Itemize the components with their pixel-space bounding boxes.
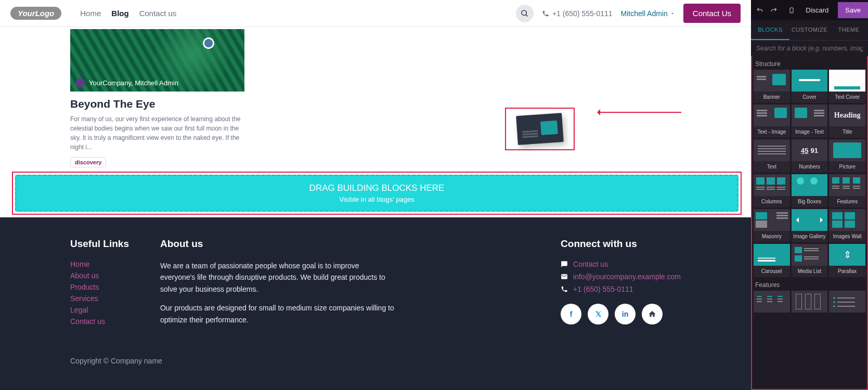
logo[interactable]: YourLogo	[10, 7, 61, 20]
svg-line-1	[526, 15, 527, 16]
block-columns[interactable]: Columns	[754, 174, 790, 207]
blog-image: YourCompany, Mitchell Admin	[70, 29, 244, 92]
block-cover[interactable]: Cover	[792, 70, 828, 103]
redo-icon	[770, 7, 778, 14]
about-p2: Our products are designed for small to m…	[160, 302, 394, 326]
dropzone-annotation: DRAG BUILDING BLOCKS HERE Visible in all…	[12, 172, 742, 215]
phone-icon	[542, 10, 549, 17]
drag-preview-annotation	[505, 108, 575, 150]
block-image-gallery[interactable]: Image Gallery	[792, 209, 828, 242]
connect-contact-link[interactable]: Contact us	[573, 260, 608, 268]
user-menu[interactable]: Mitchell Admin	[621, 9, 675, 18]
block-title[interactable]: HeadingTitle	[829, 105, 865, 138]
tab-theme[interactable]: THEME	[830, 20, 868, 40]
block-text-cover[interactable]: Text Cover	[829, 70, 865, 103]
block-feat-b[interactable]	[792, 291, 828, 313]
dropzone[interactable]: DRAG BUILDING BLOCKS HERE Visible in all…	[15, 175, 739, 212]
discard-button[interactable]: Discard	[800, 3, 834, 17]
search-icon	[521, 9, 529, 18]
nav-home[interactable]: Home	[80, 9, 101, 18]
about-p1: We are a team of passionate people whose…	[160, 260, 394, 295]
footer: Useful Links Home About us Products Serv…	[0, 217, 751, 390]
footer-link-about[interactable]: About us	[70, 271, 129, 280]
copyright: Copyright © Company name	[70, 357, 681, 365]
blog-author-bar: YourCompany, Mitchell Admin	[75, 78, 178, 87]
dropzone-subtitle: Visible in all blogs' pages	[16, 196, 737, 203]
avatar	[75, 78, 85, 87]
footer-connect: Connect with us Contact us info@yourcomp…	[561, 238, 681, 333]
header-phone-number: +1 (650) 555-0111	[552, 9, 613, 18]
block-big-boxes[interactable]: Big Boxes	[792, 174, 828, 207]
mobile-preview-button[interactable]	[787, 4, 796, 17]
connect-phone-link[interactable]: +1 (650) 555-0111	[573, 285, 633, 293]
svg-point-0	[522, 10, 526, 15]
block-media-list[interactable]: Media List	[792, 244, 828, 277]
blog-author: YourCompany, Mitchell Admin	[89, 79, 178, 87]
footer-link-contact[interactable]: Contact us	[70, 317, 129, 326]
home-icon	[648, 310, 656, 318]
chat-icon	[561, 261, 568, 268]
footer-useful-links: Useful Links Home About us Products Serv…	[70, 238, 129, 333]
section-structure: Structure	[752, 56, 867, 70]
social-linkedin[interactable]: in	[615, 304, 636, 324]
mail-icon	[561, 273, 568, 280]
header-phone: +1 (650) 555-0111	[542, 9, 613, 18]
nav-links: Home Blog Contact us	[80, 9, 176, 18]
tab-blocks[interactable]: BLOCKS	[751, 20, 789, 40]
top-nav: YourLogo Home Blog Contact us +1 (650) 5…	[0, 0, 751, 27]
footer-link-products[interactable]: Products	[70, 283, 129, 291]
mobile-icon	[788, 6, 795, 15]
save-button[interactable]: Save	[838, 2, 868, 18]
block-search-input[interactable]	[751, 41, 868, 56]
phone-icon	[561, 285, 568, 293]
editor-sidebar: Discard Save BLOCKS CUSTOMIZE THEME Stru…	[751, 0, 868, 390]
nav-blog[interactable]: Blog	[111, 9, 128, 18]
block-carousel[interactable]: Carousel	[754, 244, 790, 277]
block-text-image[interactable]: Text - Image	[754, 105, 790, 138]
tab-customize[interactable]: CUSTOMIZE	[789, 20, 830, 40]
block-image-text[interactable]: Image - Text	[792, 105, 828, 138]
search-button[interactable]	[516, 5, 534, 22]
footer-link-legal[interactable]: Legal	[70, 306, 129, 314]
block-parallax[interactable]: Parallax	[829, 244, 865, 277]
user-name-label: Mitchell Admin	[621, 9, 668, 18]
blog-tag[interactable]: discovery	[70, 157, 106, 167]
block-picture[interactable]: Picture	[829, 139, 865, 173]
about-title: About us	[160, 238, 394, 250]
block-feat-c[interactable]	[829, 291, 865, 313]
block-features[interactable]: Features	[829, 174, 865, 207]
nav-contact[interactable]: Contact us	[139, 9, 177, 18]
undo-icon	[756, 7, 763, 14]
chevron-down-icon	[670, 11, 675, 16]
connect-title: Connect with us	[561, 238, 681, 250]
connect-email-link[interactable]: info@yourcompany.example.com	[573, 272, 681, 281]
block-banner[interactable]: Banner	[754, 70, 790, 103]
blog-card[interactable]: YourCompany, Mitchell Admin Beyond The E…	[70, 29, 244, 181]
social-home[interactable]	[642, 304, 663, 324]
section-features: Features	[752, 277, 867, 291]
footer-about: About us We are a team of passionate peo…	[160, 238, 394, 333]
redo-button[interactable]	[769, 4, 778, 17]
block-images-wall[interactable]: Images Wall	[829, 209, 865, 242]
contact-us-button[interactable]: Contact Us	[683, 4, 741, 23]
arrow-annotation	[598, 112, 681, 113]
footer-link-home[interactable]: Home	[70, 260, 129, 268]
dropzone-title: DRAG BUILDING BLOCKS HERE	[16, 183, 737, 193]
block-masonry[interactable]: Masonry	[754, 209, 790, 242]
blog-excerpt: For many of us, our very first experienc…	[70, 114, 244, 152]
blog-title[interactable]: Beyond The Eye	[70, 98, 244, 110]
block-feat-a[interactable]	[754, 291, 790, 313]
block-text[interactable]: Text	[754, 139, 790, 173]
useful-links-title: Useful Links	[70, 238, 129, 250]
footer-link-services[interactable]: Services	[70, 294, 129, 303]
undo-button[interactable]	[755, 4, 765, 17]
social-x[interactable]: 𝕏	[588, 304, 608, 324]
block-numbers[interactable]: 4591Numbers	[792, 139, 828, 173]
social-facebook[interactable]: f	[561, 304, 581, 324]
